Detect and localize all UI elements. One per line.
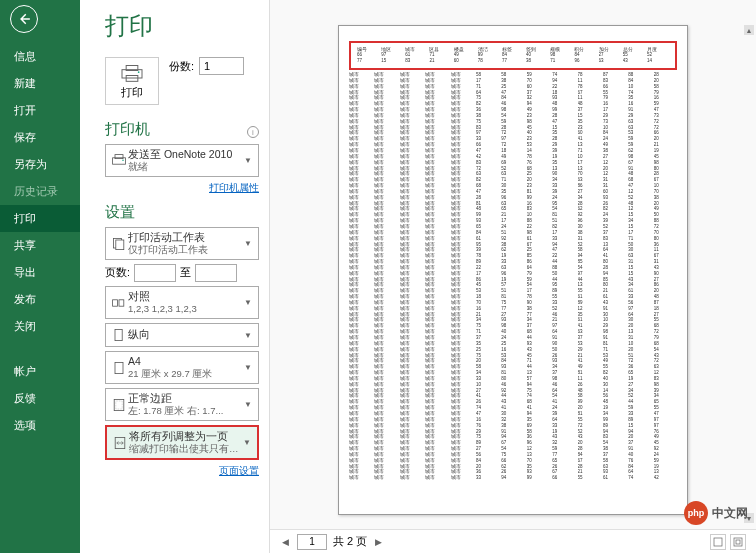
svg-rect-16 <box>714 538 722 546</box>
chevron-down-icon: ▼ <box>244 156 254 165</box>
svg-point-6 <box>122 159 124 161</box>
collate-icon <box>110 295 128 311</box>
chevron-down-icon: ▼ <box>244 363 254 372</box>
svg-rect-8 <box>116 240 124 250</box>
scaling-dropdown[interactable]: 将所有列调整为一页 缩减打印输出使其只有一... ▼ <box>105 425 259 460</box>
chevron-down-icon: ▼ <box>244 331 254 340</box>
pages-from-input[interactable] <box>134 264 176 282</box>
printer-name: 发送至 OneNote 2010 <box>128 148 244 161</box>
preview-header-highlight: 编号地区城市区县楼盘清洁标签签到规模积分加分总分月度66976171499984… <box>349 41 677 71</box>
svg-rect-11 <box>115 329 122 340</box>
zoom-to-page-button[interactable] <box>730 534 746 550</box>
page-title: 打印 <box>105 10 259 42</box>
printer-section-title: 打印机 <box>105 120 150 139</box>
print-scope-dropdown[interactable]: 打印活动工作表 仅打印活动工作表 ▼ <box>105 227 259 260</box>
copies-label: 份数: <box>169 59 194 74</box>
copies-input[interactable] <box>199 57 244 75</box>
margins-dropdown[interactable]: 正常边距 左: 1.78 厘米 右: 1.7... ▼ <box>105 388 259 421</box>
margins-icon <box>110 397 128 413</box>
show-margins-button[interactable] <box>710 534 726 550</box>
svg-point-3 <box>138 71 140 73</box>
sidebar-item-7[interactable]: 共享 <box>0 232 80 259</box>
printer-properties-link[interactable]: 打印机属性 <box>209 182 259 193</box>
scrollbar[interactable]: ▲ ▼ <box>744 25 754 523</box>
print-preview-page: 编号地区城市区县楼盘清洁标签签到规模积分加分总分月度66976171499984… <box>338 25 688 515</box>
pages-to-label: 至 <box>180 266 191 280</box>
watermark: php 中文网 <box>684 501 748 525</box>
sidebar-item-0[interactable]: 信息 <box>0 43 80 70</box>
svg-rect-12 <box>115 362 123 373</box>
chevron-down-icon: ▼ <box>244 400 254 409</box>
print-button[interactable]: 打印 <box>105 57 159 105</box>
sidebar-bottom-item-0[interactable]: 帐户 <box>0 358 80 385</box>
sidebar-item-9[interactable]: 发布 <box>0 286 80 313</box>
sidebar-item-6[interactable]: 打印 <box>0 205 80 232</box>
page-setup-link[interactable]: 页面设置 <box>219 465 259 476</box>
sheets-icon <box>110 236 128 252</box>
sidebar-item-5[interactable]: 历史记录 <box>0 178 80 205</box>
sidebar-item-4[interactable]: 另存为 <box>0 151 80 178</box>
svg-rect-18 <box>736 540 740 544</box>
prev-page-button[interactable]: ◀ <box>280 537 291 547</box>
sidebar-bottom-item-2[interactable]: 选项 <box>0 412 80 439</box>
scroll-up-icon[interactable]: ▲ <box>744 25 754 35</box>
print-button-label: 打印 <box>118 85 146 100</box>
chevron-down-icon: ▼ <box>244 239 254 248</box>
sidebar-item-1[interactable]: 新建 <box>0 70 80 97</box>
pages-label: 页数: <box>105 266 130 280</box>
sidebar-item-3[interactable]: 保存 <box>0 124 80 151</box>
fit-columns-icon <box>111 435 129 451</box>
svg-rect-10 <box>119 299 124 305</box>
printer-dropdown[interactable]: 发送至 OneNote 2010 就绪 ▼ <box>105 144 259 177</box>
current-page-input[interactable] <box>297 534 327 550</box>
sidebar-bottom-item-1[interactable]: 反馈 <box>0 385 80 412</box>
total-pages-label: 共 2 页 <box>333 534 367 549</box>
printer-icon <box>118 63 146 83</box>
watermark-text: 中文网 <box>712 505 748 522</box>
page-icon <box>110 360 128 376</box>
portrait-icon <box>110 327 128 343</box>
pages-to-input[interactable] <box>195 264 237 282</box>
svg-rect-14 <box>116 401 122 409</box>
settings-section-title: 设置 <box>105 203 259 222</box>
sidebar-item-10[interactable]: 关闭 <box>0 313 80 340</box>
printer-status: 就绪 <box>128 161 244 173</box>
orientation-dropdown[interactable]: 纵向 ▼ <box>105 323 259 347</box>
info-icon[interactable]: i <box>247 126 259 138</box>
sidebar-item-8[interactable]: 导出 <box>0 259 80 286</box>
svg-rect-9 <box>113 299 118 305</box>
paper-dropdown[interactable]: A4 21 厘米 x 29.7 厘米 ▼ <box>105 351 259 384</box>
watermark-logo: php <box>684 501 708 525</box>
printer-device-icon <box>110 153 128 169</box>
chevron-down-icon: ▼ <box>243 438 253 447</box>
svg-rect-17 <box>734 538 742 546</box>
back-button[interactable] <box>10 5 38 33</box>
chevron-down-icon: ▼ <box>244 298 254 307</box>
sidebar-item-2[interactable]: 打开 <box>0 97 80 124</box>
collate-dropdown[interactable]: 对照 1,2,3 1,2,3 1,2,3 ▼ <box>105 286 259 319</box>
next-page-button[interactable]: ▶ <box>373 537 384 547</box>
